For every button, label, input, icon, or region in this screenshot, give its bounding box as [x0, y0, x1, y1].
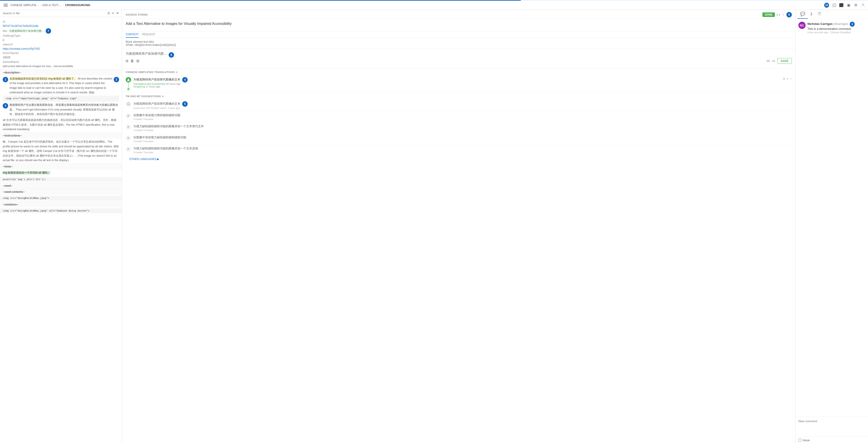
tm-icon-3: ⟳: [126, 124, 131, 130]
layout3-icon[interactable]: ▣: [846, 3, 851, 7]
comment-item-1: NC Nicholas Carrigan (nhcarrigan) 9 This…: [798, 22, 865, 34]
solutions-section-header: --solutions--: [0, 201, 122, 208]
left-panel-header: ☰ ✏ 👁: [0, 10, 122, 17]
breadcrumb-file[interactable]: ADD-A-TEXT-...: [42, 4, 61, 7]
issue-checkbox[interactable]: [798, 439, 801, 442]
source-string-label: SOURCE STRING: [126, 13, 148, 16]
prev-arrow[interactable]: ‹: [777, 13, 778, 17]
vote-up-icon[interactable]: +: [786, 77, 788, 81]
breadcrumb-sep2: ›: [63, 4, 64, 7]
comment-user-info: Nicholas Carrigan (nhcarrigan) 9: [807, 22, 855, 27]
video-url-field: videoUrl: https://scrimba.com/c/cPp7VID: [3, 42, 119, 51]
annotation-6: 6: [168, 52, 174, 58]
tm-icon-2: ⟳: [126, 113, 131, 119]
dashed-name-field: dashedName: add-a-text-alternative-to-im…: [3, 60, 119, 68]
top-nav-left: CHINESE SIMPLIFIE... › ADD-A-TEXT-... › …: [3, 3, 90, 7]
tab-comments[interactable]: 💬: [798, 10, 808, 19]
tab-info[interactable]: ℹ: [808, 10, 815, 19]
context-content: Block element text (div) XPath: /div[@id…: [122, 38, 796, 49]
tm-header-label: TM AND MT SUGGESTIONS: [126, 95, 161, 98]
hints-text: img 标签应该包含一个非空的 alt 属性。: [3, 171, 50, 174]
title-value: 为视觉障碍用户添加替代图…: [9, 29, 44, 33]
translation-actions-1: 0 + −: [783, 77, 792, 81]
translation-display: 为视觉障碍用户添加替代图…: [126, 52, 167, 56]
list-icon[interactable]: ☰: [107, 11, 110, 15]
hints-content: img 标签应该包含一个非空的 alt 属性。: [0, 169, 122, 176]
more-options-icon[interactable]: ⋮: [782, 13, 785, 16]
left-panel-header-icons: ☰ ✏ 👁: [107, 11, 119, 15]
tm-text-3[interactable]: 为视力缺陷辅助辅助功能的图像添加一个文本替代文件: [133, 124, 792, 128]
assert-code: assert($('img').attr('alt'));: [0, 177, 122, 182]
done-button[interactable]: DONE: [763, 12, 775, 17]
translation-controls: ⧉ 🗑 ⊞ 68 · 16 SAVE: [126, 58, 792, 64]
breadcrumb-crowdsourcing: CROWDSOURCING: [65, 4, 90, 7]
tab-context[interactable]: CONTEXT: [126, 31, 138, 38]
annotation-1: 1: [3, 77, 8, 82]
breadcrumb-sep1: ›: [40, 4, 41, 7]
source-content: Add a Text Alternative to Images for Vis…: [122, 19, 796, 31]
tab-history[interactable]: ⏱: [815, 10, 825, 19]
translations-section-header[interactable]: CHINESE SIMPLIFIED TRANSLATIONS ▼: [126, 71, 792, 73]
file-meta: id: 587d774c367417b2b2512a9c title: 为视觉障…: [0, 19, 122, 69]
delete-icon[interactable]: 🗑: [130, 59, 134, 63]
gear-icon[interactable]: ⚙: [854, 3, 858, 7]
tm-text-2[interactable]: 在图像中添加视力障碍辅助辅助功能: [133, 113, 792, 117]
comment-time: a few seconds ago: [807, 31, 828, 34]
description2-en: They won't get information if it's only …: [9, 108, 115, 116]
breadcrumb-chinese[interactable]: CHINESE SIMPLIFIE...: [10, 4, 39, 7]
annotation-10: 10: [824, 3, 829, 8]
layout2-icon[interactable]: ⬛: [839, 3, 844, 7]
tm-header-arrow: ▼: [162, 95, 164, 98]
tm-text-1[interactable]: 为视觉障碍用户添加替代图像的文本: [133, 102, 180, 106]
tm-item-2: ⟳ 在图像中添加视力障碍辅助辅助功能 Crowdin Translate: [126, 112, 792, 123]
tm-content-4: 在图像中添加视力缺陷辅助辅助辅助功能 Crowdin Translate: [133, 135, 792, 143]
context-xpath: XPath: /div[@id=front-matter]/ul/li[2]/d…: [126, 43, 792, 46]
layout1-icon[interactable]: ⬜: [832, 3, 836, 7]
issue-label[interactable]: Issue: [803, 439, 810, 442]
translation-time-2: 17 hours ago: [146, 85, 160, 88]
comment-header: Nicholas Carrigan (nhcarrigan) 9: [807, 22, 865, 27]
translation-item-1: 为视觉障碍用户添加替代图像的文本 4 Translations Bot (cam…: [126, 75, 792, 92]
tab-request[interactable]: REQUEST: [142, 31, 155, 38]
translation-avatar-1: [126, 77, 131, 83]
comment-text: This is a demonstration comment.: [807, 27, 865, 31]
copy-icon[interactable]: ⧉: [126, 59, 128, 63]
comment-meta: a few seconds ago · Chinese Simplified: [807, 31, 865, 34]
annotation-5: 5: [182, 101, 188, 107]
seed-contents-code: <img src="doingKarateNow.jpeg">: [0, 196, 122, 200]
tm-item-3: ⟳ 为视力缺陷辅助辅助功能的图像添加一个文本替代文件 Crowdin Trans…: [126, 123, 792, 134]
extra-icon[interactable]: ⊞: [136, 59, 139, 63]
save-button[interactable]: SAVE: [777, 58, 792, 64]
eye-icon[interactable]: 👁: [116, 11, 119, 15]
main-layout: ☰ ✏ 👁 id: 587d774c367417b2b2512a9c title…: [0, 10, 868, 443]
nav-arrows: ‹ ›: [777, 13, 780, 17]
tm-text-4[interactable]: 在图像中添加视力缺陷辅助辅助辅助功能: [133, 135, 792, 139]
right-panel-tabs: 💬 ℹ ⏱: [796, 10, 868, 19]
tm-meta-2: Crowdin Translate: [133, 118, 792, 121]
edit-icon[interactable]: ✏: [112, 11, 114, 15]
new-comment-input[interactable]: [798, 419, 865, 433]
tm-icon-5: ⟳: [126, 147, 131, 152]
context-tabs: CONTEXT REQUEST: [122, 31, 796, 38]
next-arrow[interactable]: ›: [779, 13, 780, 17]
tm-text-5[interactable]: 为视力缺陷辅助辅助功能的图像添加一个文本选项: [133, 147, 792, 151]
user-icon[interactable]: [861, 3, 865, 7]
tm-content-1: 为视觉障碍用户添加替代图像的文本 5 Curriculum TM, Perfec…: [133, 101, 792, 109]
svg-point-1: [128, 78, 129, 80]
svg-point-0: [862, 4, 864, 5]
title-field: title: 为视觉障碍用户添加替代图… 7: [3, 28, 119, 34]
tm-content-5: 为视力缺陷辅助辅助功能的图像添加一个文本选项 Crowdin Translate: [133, 147, 792, 154]
other-languages-link[interactable]: OTHER LANGUAGES ▶: [126, 156, 792, 162]
vote-down-icon[interactable]: −: [790, 77, 792, 81]
issue-checkbox-area: Issue: [796, 437, 868, 443]
hamburger-menu[interactable]: [3, 3, 8, 7]
annotation-7: 7: [46, 28, 51, 34]
annotation-8: 8: [786, 12, 792, 18]
tm-section-header[interactable]: TM AND MT SUGGESTIONS ▼: [126, 95, 792, 98]
hints-section-header: --hints--: [0, 163, 122, 169]
search-input[interactable]: [3, 11, 105, 15]
id-field: id: 587d774c367417b2b2512a9c: [3, 20, 119, 28]
instructions-section-header: --instructions--: [0, 132, 122, 138]
instructions-text: 嗨，Camper Cat 是忍者中写代码最厉害的。他正在建立一个可以分享忍者知识…: [3, 140, 119, 162]
comment-lang: Chinese Simplified: [830, 31, 851, 34]
